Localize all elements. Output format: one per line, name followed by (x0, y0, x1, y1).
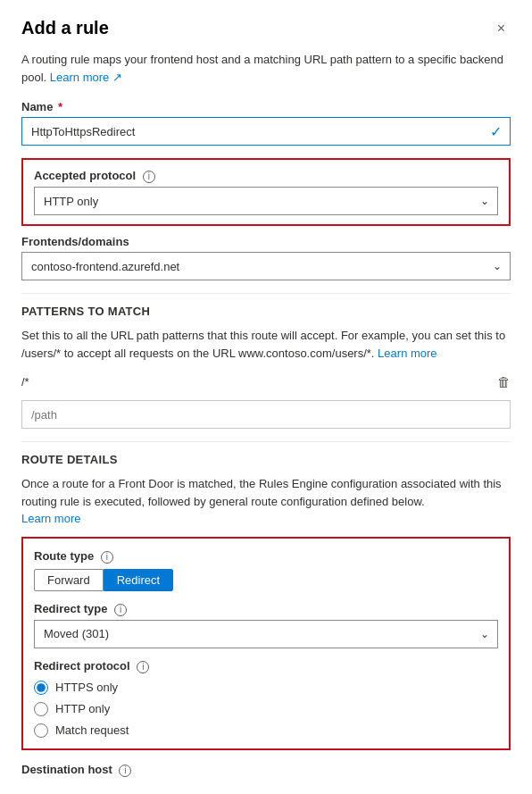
accepted-protocol-group: Accepted protocol i HTTP only HTTPS only… (34, 169, 498, 215)
divider-2 (21, 441, 511, 442)
page-title: Add a rule (21, 18, 109, 38)
route-details-description: Once a route for a Front Door is matched… (21, 475, 511, 528)
pattern-value: /* (21, 375, 29, 389)
name-label: Name * (21, 100, 511, 113)
external-link-icon: ↗ (112, 71, 122, 84)
redirect-type-group: Redirect type i Moved (301) Found (302) … (34, 602, 498, 648)
patterns-description: Set this to all the URL path patterns th… (21, 327, 511, 362)
destination-host-info-icon[interactable]: i (119, 765, 131, 777)
checkmark-icon: ✓ (490, 123, 502, 140)
route-type-info-icon[interactable]: i (101, 551, 113, 564)
frontends-select-wrapper: contoso-frontend.azurefd.net ⌄ (21, 252, 511, 280)
radio-http-only[interactable]: HTTP only (34, 702, 498, 716)
destination-host-label: Destination host i (21, 763, 511, 777)
destination-host-group: Destination host i (21, 763, 511, 777)
redirect-protocol-label: Redirect protocol i (34, 659, 498, 673)
route-details-heading: ROUTE DETAILS (21, 453, 511, 466)
route-btn-forward[interactable]: Forward (34, 569, 104, 591)
path-input[interactable] (21, 400, 511, 429)
accepted-protocol-section: Accepted protocol i HTTP only HTTPS only… (21, 158, 511, 226)
route-config-section: Route type i Forward Redirect Redirect t… (21, 537, 511, 750)
frontends-select[interactable]: contoso-frontend.azurefd.net (21, 252, 511, 280)
redirect-protocol-radio-group: HTTPS only HTTP only Match request (34, 681, 498, 738)
route-btn-redirect[interactable]: Redirect (104, 569, 173, 591)
accepted-protocol-select[interactable]: HTTP only HTTPS only HTTP and HTTPS (34, 187, 498, 215)
redirect-type-label: Redirect type i (34, 602, 498, 616)
panel-header: Add a rule × (21, 18, 511, 38)
accepted-protocol-select-wrapper: HTTP only HTTPS only HTTP and HTTPS ⌄ (34, 187, 498, 215)
delete-icon[interactable]: 🗑 (497, 374, 511, 389)
redirect-type-info-icon[interactable]: i (114, 604, 127, 616)
redirect-protocol-info-icon[interactable]: i (137, 661, 149, 673)
panel-description: A routing rule maps your frontend host a… (21, 51, 511, 86)
radio-https-only-input[interactable] (34, 681, 48, 695)
route-type-group: Route type i Forward Redirect (34, 549, 498, 591)
divider-1 (21, 293, 511, 294)
radio-match-request[interactable]: Match request (34, 723, 498, 738)
route-type-label: Route type i (34, 549, 498, 564)
learn-more-link-route[interactable]: Learn more (21, 512, 80, 525)
redirect-protocol-group: Redirect protocol i HTTPS only HTTP only… (34, 659, 498, 738)
add-rule-panel: Add a rule × A routing rule maps your fr… (0, 0, 532, 794)
name-input-wrapper: ✓ (21, 117, 511, 146)
patterns-list: /* 🗑 (21, 371, 511, 393)
patterns-section: PATTERNS TO MATCH Set this to all the UR… (21, 305, 511, 429)
accepted-protocol-info-icon[interactable]: i (143, 171, 155, 183)
radio-match-request-input[interactable] (34, 723, 48, 738)
pattern-item: /* 🗑 (21, 371, 511, 393)
redirect-type-select-wrapper: Moved (301) Found (302) Temporary Redire… (34, 620, 498, 648)
close-button[interactable]: × (492, 19, 511, 38)
radio-https-only[interactable]: HTTPS only (34, 681, 498, 695)
redirect-type-select[interactable]: Moved (301) Found (302) Temporary Redire… (34, 620, 498, 648)
learn-more-link-patterns[interactable]: Learn more (378, 347, 436, 360)
frontends-label: Frontends/domains (21, 235, 511, 248)
route-details-section: ROUTE DETAILS Once a route for a Front D… (21, 453, 511, 750)
route-type-buttons: Forward Redirect (34, 569, 498, 591)
learn-more-link-top[interactable]: Learn more ↗ (50, 71, 122, 84)
name-form-group: Name * ✓ (21, 100, 511, 146)
patterns-heading: PATTERNS TO MATCH (21, 305, 511, 318)
frontends-form-group: Frontends/domains contoso-frontend.azure… (21, 235, 511, 280)
name-input[interactable] (21, 117, 511, 146)
accepted-protocol-label: Accepted protocol i (34, 169, 498, 183)
radio-http-only-input[interactable] (34, 702, 48, 716)
